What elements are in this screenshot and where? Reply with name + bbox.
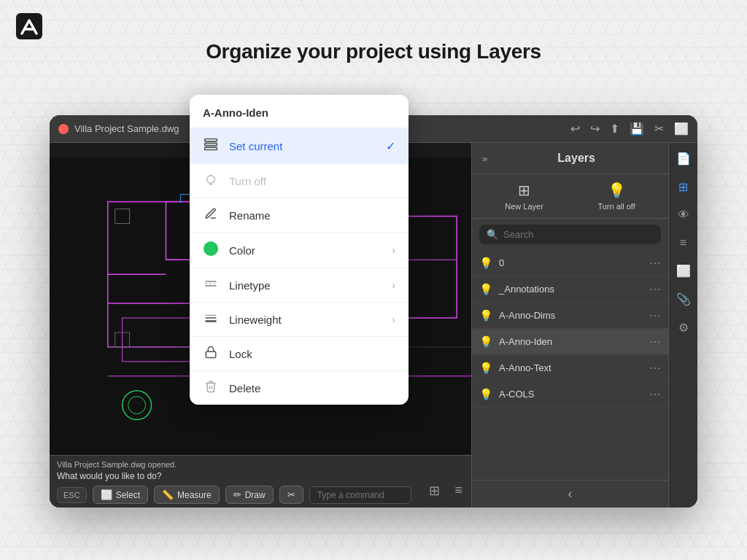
lineweight-label: Lineweight [229, 314, 382, 326]
layer-more-icon[interactable]: ⋯ [649, 387, 661, 401]
esc-button[interactable]: ESC [57, 487, 87, 503]
upload-icon[interactable]: ⬆ [610, 122, 619, 136]
redo-icon[interactable]: ↪ [590, 122, 600, 136]
menu-item-lineweight[interactable]: Lineweight › [190, 303, 409, 337]
search-icon: 🔍 [487, 229, 498, 240]
svg-rect-39 [206, 351, 216, 357]
copy-icon[interactable]: ⬜ [673, 261, 694, 281]
linetype-icon [203, 277, 219, 293]
select-icon: ⬜ [101, 489, 112, 500]
layer-more-icon[interactable]: ⋯ [649, 256, 661, 270]
turn-all-off-button[interactable]: 💡 Turn all off [597, 182, 635, 211]
menu-item-turn-off: Turn off [190, 164, 409, 198]
layer-name: A-Anno-Dims [499, 310, 643, 321]
menu-item-linetype[interactable]: Linetype › [190, 268, 409, 303]
color-icon [203, 241, 219, 259]
settings-icon[interactable]: ⚙ [676, 318, 692, 338]
eye-icon[interactable]: 👁 [675, 206, 692, 225]
layer-item[interactable]: 💡 0 ⋯ [472, 250, 668, 276]
set-current-label: Set current [229, 140, 376, 152]
menu-item-delete[interactable]: Delete [190, 371, 409, 405]
bottom-info: Villa Project Sample.dwg opened. [57, 460, 464, 469]
collapse-button[interactable]: » [482, 153, 487, 164]
svg-rect-30 [205, 147, 217, 149]
layer-item[interactable]: 💡 _Annotations ⋯ [472, 276, 668, 303]
lock-icon [203, 346, 219, 362]
attachment-icon[interactable]: 📎 [673, 289, 694, 309]
menu-item-set-current[interactable]: Set current ✓ [190, 128, 409, 164]
layers-panel: » Layers ⊞ New Layer 💡 Turn all off 🔍 [471, 143, 668, 508]
menu-item-rename[interactable]: Rename [190, 198, 409, 233]
layer-item[interactable]: 💡 A-COLS ⋯ [472, 381, 668, 408]
select-label: Select [116, 490, 140, 500]
menu-item-lock[interactable]: Lock [190, 337, 409, 371]
bottom-buttons: ESC ⬜ Select 📏 Measure ✏ Draw ✂ [57, 486, 464, 504]
app-logo [16, 13, 42, 39]
file-icon[interactable]: 📄 [673, 149, 694, 168]
context-menu: A-Anno-Iden Set current ✓ Turn off Renam… [190, 95, 409, 405]
close-button[interactable] [58, 124, 69, 134]
visibility-icon-off: 💡 [479, 335, 493, 349]
right-icons-panel: 📄 ⊞ 👁 ≡ ⬜ 📎 ⚙ [668, 143, 697, 508]
context-menu-title: A-Anno-Iden [190, 95, 409, 128]
draw-button[interactable]: ✏ Draw [225, 486, 274, 504]
layers-panel-title: Layers [495, 152, 658, 165]
search-bar: 🔍 [479, 225, 661, 244]
chevron-left-icon: ‹ [568, 486, 573, 502]
layer-name: _Annotations [499, 284, 643, 295]
layer-more-icon[interactable]: ⋯ [649, 308, 661, 322]
scissors-icon: ✂ [287, 489, 295, 500]
layers-right-icon[interactable]: ⊞ [676, 177, 691, 197]
layer-more-icon[interactable]: ⋯ [649, 282, 661, 296]
layers-icon[interactable]: ≡ [454, 483, 462, 499]
chevron-right-icon: › [392, 279, 395, 291]
more-button[interactable]: ✂ [279, 486, 303, 504]
measure-icon: 📏 [162, 489, 174, 500]
measure-label: Measure [177, 490, 212, 500]
layers-list: 💡 0 ⋯ 💡 _Annotations ⋯ 💡 A-Anno-Dims ⋯ 💡… [472, 250, 668, 480]
layer-item[interactable]: 💡 A-Anno-Dims ⋯ [472, 303, 668, 329]
layer-name: A-Anno-Text [499, 362, 643, 373]
delete-icon [203, 380, 219, 396]
bottom-toolbar: Villa Project Sample.dwg opened. What wo… [50, 455, 471, 508]
layer-item-active[interactable]: 💡 A-Anno-Iden ⋯ [472, 329, 668, 355]
panel-header: » Layers [472, 143, 668, 174]
search-input[interactable] [503, 229, 654, 240]
layer-item[interactable]: 💡 A-Anno-Text ⋯ [472, 355, 668, 381]
layer-more-icon[interactable]: ⋯ [649, 361, 661, 375]
titlebar-actions: ↩ ↪ ⬆ 💾 ✂ ⬜ [570, 122, 689, 136]
fullscreen-icon[interactable]: ⬜ [674, 122, 689, 136]
panel-bottom[interactable]: ‹ [472, 480, 668, 508]
new-layer-button[interactable]: ⊞ New Layer [505, 182, 543, 211]
menu-item-color[interactable]: Color › [190, 233, 409, 268]
turn-all-off-label: Turn all off [597, 202, 635, 211]
visibility-icon: 💡 [479, 388, 493, 401]
visibility-icon: 💡 [479, 283, 493, 296]
cut-icon[interactable]: ✂ [654, 122, 664, 136]
new-layer-label: New Layer [505, 202, 543, 211]
layer-name: A-COLS [499, 389, 643, 400]
chevron-right-icon: › [392, 314, 395, 325]
svg-rect-0 [16, 13, 42, 39]
color-label: Color [229, 244, 382, 257]
lock-label: Lock [229, 348, 395, 360]
new-layer-icon: ⊞ [518, 182, 530, 199]
set-current-icon [203, 137, 219, 155]
delete-label: Delete [229, 382, 395, 394]
command-input[interactable] [309, 486, 411, 504]
select-button[interactable]: ⬜ Select [93, 486, 148, 504]
rename-icon [203, 207, 219, 223]
undo-icon[interactable]: ↩ [570, 122, 580, 136]
layer-name: 0 [499, 257, 643, 268]
layer-more-icon[interactable]: ⋯ [649, 335, 661, 349]
svg-rect-28 [205, 139, 217, 141]
grid-icon[interactable]: ⊞ [429, 483, 440, 499]
measure-button[interactable]: 📏 Measure [154, 486, 220, 504]
panel-actions: ⊞ New Layer 💡 Turn all off [472, 174, 668, 219]
stack-icon[interactable]: ≡ [677, 233, 689, 252]
turn-off-icon [203, 173, 219, 189]
save-icon[interactable]: 💾 [630, 122, 644, 136]
visibility-icon: 💡 [479, 362, 493, 375]
rename-label: Rename [229, 209, 395, 222]
check-icon: ✓ [386, 139, 395, 153]
